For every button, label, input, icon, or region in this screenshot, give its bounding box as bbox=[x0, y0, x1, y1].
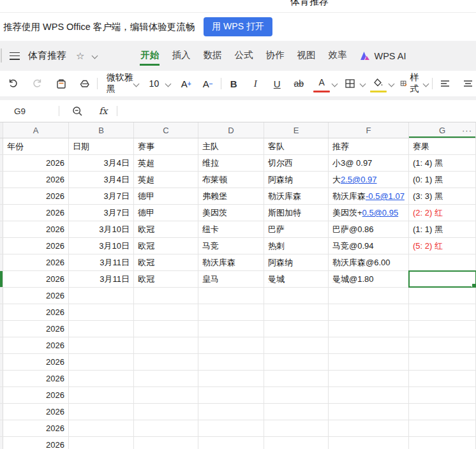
cell-year[interactable]: 2026 bbox=[3, 371, 69, 386]
doc-menu-chevron-down-icon[interactable] bbox=[92, 53, 98, 59]
undo-button[interactable] bbox=[5, 75, 20, 92]
column-header-C[interactable]: C bbox=[134, 122, 198, 138]
cell-date[interactable] bbox=[69, 420, 134, 436]
cell-tip[interactable]: 勒沃库森-0.5@1.07 bbox=[329, 188, 409, 204]
cell-result[interactable] bbox=[409, 420, 476, 436]
tab-3[interactable]: 数据 bbox=[202, 47, 222, 66]
cell-away[interactable] bbox=[264, 437, 329, 449]
borders-button[interactable] bbox=[342, 75, 357, 92]
cell-home[interactable] bbox=[198, 321, 264, 337]
cell-league[interactable] bbox=[134, 288, 198, 304]
cell-tip[interactable] bbox=[329, 437, 409, 449]
cell-result[interactable] bbox=[409, 354, 476, 370]
column-header-D[interactable]: D bbox=[198, 122, 264, 138]
header-cell-result[interactable]: 赛果 bbox=[409, 138, 476, 154]
cell-tip[interactable]: 小3@ 0.97 bbox=[329, 155, 409, 171]
cell-league[interactable]: 英超 bbox=[134, 155, 198, 171]
cell-year[interactable]: 2026 bbox=[3, 437, 69, 449]
tab-2[interactable]: 插入 bbox=[171, 47, 191, 66]
cell-home[interactable] bbox=[198, 288, 264, 304]
cell-home[interactable]: 美因茨 bbox=[198, 205, 264, 221]
cell-date[interactable] bbox=[69, 321, 134, 337]
tab-wps-ai[interactable]: WPS AI bbox=[360, 51, 406, 61]
cell-date[interactable] bbox=[69, 437, 134, 449]
cell-year[interactable]: 2026 bbox=[3, 304, 69, 320]
tab-5[interactable]: 协作 bbox=[265, 47, 285, 66]
cell-year[interactable]: 2026 bbox=[3, 321, 69, 337]
cell-league[interactable] bbox=[134, 437, 198, 449]
cell-home[interactable] bbox=[198, 437, 264, 449]
cell-date[interactable] bbox=[69, 404, 134, 420]
cell-result[interactable] bbox=[409, 404, 476, 420]
cell-date[interactable]: 3月7日 bbox=[69, 205, 134, 221]
cell-result[interactable]: (1: 1) 黑 bbox=[409, 221, 476, 237]
column-header-A[interactable]: A bbox=[3, 122, 69, 138]
cell-away[interactable]: 巴萨 bbox=[264, 221, 329, 237]
name-box[interactable]: G9 bbox=[14, 107, 59, 116]
cell-league[interactable]: 欧冠 bbox=[134, 221, 198, 237]
cell-result[interactable] bbox=[409, 254, 476, 270]
cell-tip[interactable] bbox=[329, 404, 409, 420]
cell-away[interactable] bbox=[264, 321, 329, 337]
cell-league[interactable]: 欧冠 bbox=[134, 271, 198, 287]
cell-away[interactable] bbox=[264, 404, 329, 420]
cell-year[interactable]: 2026 bbox=[3, 337, 69, 353]
cell-result[interactable] bbox=[409, 371, 476, 386]
cell-home[interactable] bbox=[198, 354, 264, 370]
cell-result[interactable] bbox=[409, 337, 476, 353]
cell-result[interactable]: (3: 3) 黑 bbox=[409, 188, 476, 204]
tip-link[interactable]: 2.5@0.97 bbox=[341, 175, 377, 184]
cell-away[interactable]: 曼城 bbox=[264, 271, 329, 287]
menu-icon[interactable] bbox=[10, 52, 20, 60]
cell-date[interactable] bbox=[69, 337, 134, 353]
tip-link[interactable]: -0.5@1.07 bbox=[366, 191, 405, 201]
cell-tip[interactable] bbox=[329, 387, 409, 403]
cell-year[interactable]: 2026 bbox=[3, 420, 69, 436]
cell-year[interactable]: 2026 bbox=[3, 155, 69, 171]
cell-date[interactable] bbox=[69, 304, 134, 320]
cell-league[interactable] bbox=[134, 387, 198, 403]
cell-home[interactable]: 马竞 bbox=[198, 238, 264, 254]
cell-date[interactable] bbox=[69, 354, 134, 370]
cell-away[interactable] bbox=[264, 354, 329, 370]
format-painter-button[interactable] bbox=[54, 75, 69, 92]
font-name-select[interactable]: 微软雅黑 bbox=[107, 75, 134, 92]
cell-league[interactable]: 德甲 bbox=[134, 188, 198, 204]
cell-away[interactable]: 勒沃库森 bbox=[264, 188, 329, 204]
cell-tip[interactable]: 巴萨@0.86 bbox=[329, 221, 409, 237]
italic-button[interactable]: I bbox=[248, 75, 263, 92]
cell-league[interactable]: 德甲 bbox=[134, 205, 198, 221]
cell-year[interactable]: 2026 bbox=[3, 404, 69, 420]
font-size-select[interactable]: 10 bbox=[146, 75, 161, 92]
font-color-chevron-down-icon[interactable] bbox=[332, 81, 336, 87]
cell-home[interactable] bbox=[198, 387, 264, 403]
zoom-search-button[interactable] bbox=[70, 102, 85, 120]
cell-tip[interactable] bbox=[329, 420, 409, 436]
cell-year[interactable]: 2026 bbox=[3, 271, 69, 287]
cell-home[interactable] bbox=[198, 304, 264, 320]
font-color-button[interactable]: A bbox=[314, 75, 329, 92]
cell-result[interactable] bbox=[409, 271, 476, 287]
cell-tip[interactable]: 勒沃库森@6.00 bbox=[329, 254, 409, 270]
underline-button[interactable]: U bbox=[269, 75, 285, 92]
column-header-F[interactable]: F bbox=[329, 122, 409, 138]
cell-tip[interactable]: 大2.5@0.97 bbox=[329, 172, 409, 188]
column-header-B[interactable]: B bbox=[69, 122, 134, 138]
cell-tip[interactable] bbox=[329, 304, 409, 320]
cell-away[interactable] bbox=[264, 288, 329, 304]
cell-home[interactable] bbox=[198, 420, 264, 436]
cell-away[interactable]: 阿森纳 bbox=[264, 172, 329, 188]
cell-year[interactable]: 2026 bbox=[3, 205, 69, 221]
cell-result[interactable] bbox=[409, 304, 476, 320]
cell-year[interactable]: 2026 bbox=[3, 387, 69, 403]
borders-chevron-down-icon[interactable] bbox=[360, 81, 364, 87]
tab-4[interactable]: 公式 bbox=[234, 47, 253, 66]
header-cell-home[interactable]: 主队 bbox=[198, 138, 264, 154]
cell-league[interactable] bbox=[134, 304, 198, 320]
cell-tip[interactable]: 美因茨+0.5@0.95 bbox=[329, 205, 409, 221]
cell-result[interactable]: (1: 4) 黑 bbox=[409, 155, 476, 171]
cell-result[interactable]: (5: 2) 红 bbox=[409, 238, 476, 254]
insert-function-button[interactable]: fx bbox=[99, 106, 108, 116]
open-in-wps-button[interactable]: 用 WPS 打开 bbox=[204, 17, 272, 36]
fill-color-chevron-down-icon[interactable] bbox=[389, 81, 392, 87]
